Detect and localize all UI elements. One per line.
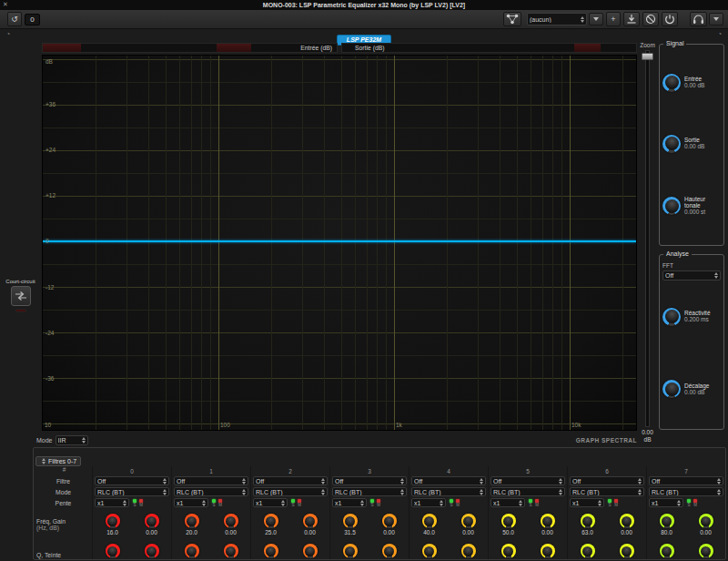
signal-knob[interactable] [662,74,681,92]
gain-knob[interactable] [461,514,476,528]
hue-knob[interactable] [699,544,713,558]
clear-button[interactable] [642,12,659,26]
hue-knob[interactable] [382,544,397,558]
listen-menu-button[interactable] [709,13,723,26]
freq-knob[interactable] [581,514,595,528]
q-knob[interactable] [501,544,516,558]
q-knob[interactable] [343,544,358,558]
bypass-button[interactable] [11,286,31,306]
preset-menu-button[interactable] [589,13,603,26]
hue-knob[interactable] [620,544,634,558]
filter-slope-select[interactable]: x1 [570,498,604,507]
filter-mode-select[interactable]: RLC (BT) [332,487,407,496]
spinner-icon [400,478,404,484]
q-knob[interactable] [185,544,199,558]
gain-knob[interactable] [541,514,555,528]
freq-knob[interactable] [343,514,358,528]
signal-knob-group: Entrée 0.00 dB [662,74,721,92]
hue-knob[interactable] [461,544,476,558]
filter-type-select[interactable]: Off [649,476,723,485]
reset-button[interactable]: ↺ [7,12,22,26]
eq-graph[interactable]: dB +36+24+120-12-24-36 101001k10k [42,55,637,431]
filter-type-select[interactable]: Off [332,476,407,485]
hue-knob[interactable] [145,544,159,558]
filter-slope-select[interactable]: x1 [649,498,683,507]
filter-slope-select[interactable]: x1 [253,498,288,507]
import-button[interactable] [623,12,640,26]
filters-tab[interactable]: Filtres 0-7 [35,456,81,466]
freq-knob[interactable] [422,514,437,528]
spinner-icon [714,272,718,279]
row-label-slope: Pente [34,497,92,508]
zoom-label: Zoom [640,42,655,48]
zoom-handle[interactable] [642,53,653,60]
fft-select[interactable]: Off [662,270,721,280]
q-knob[interactable] [581,544,595,558]
gain-knob[interactable] [145,514,159,528]
row-label-q-hue: Q, Teinte [36,552,92,558]
freq-knob[interactable] [501,514,516,528]
filter-type-select[interactable]: Off [490,476,565,485]
filter-mode-select[interactable]: RLC (BT) [490,487,565,496]
zoom-track[interactable] [645,50,650,427]
filter-slope-select[interactable]: x1 [411,498,446,507]
close-icon[interactable]: ✕ [3,1,8,8]
routing-button[interactable] [503,12,521,26]
gain-knob[interactable] [224,514,238,528]
filter-type-select[interactable]: Off [174,476,248,485]
q-knob[interactable] [106,544,120,558]
chevron-down-icon [593,17,599,21]
spinner-icon [519,500,522,506]
hue-knob[interactable] [224,544,238,558]
window-titlebar: ✕ MONO-003: LSP Parametric Equalizer x32… [0,0,728,10]
knob-value: 0.00 dB [684,389,709,396]
filter-mode-select[interactable]: RLC (BT) [570,487,644,496]
filter-slope-select[interactable]: x1 [174,498,208,507]
analysis-knob[interactable] [662,380,681,398]
filter-type-select[interactable]: Off [411,476,486,485]
spinner-icon [281,500,285,506]
db-tick-label: -24 [46,330,56,336]
signal-knob[interactable] [662,197,681,215]
routing-icon [506,14,519,25]
filter-type-select[interactable]: Off [570,476,644,485]
filter-mode-select[interactable]: RLC (BT) [649,487,723,496]
filter-slope-select[interactable]: x1 [95,498,129,507]
freq-knob[interactable] [660,514,674,528]
knob-value: 0.000 st [684,209,721,216]
db-axis: +36+24+120-12-24-36 [46,101,56,382]
filter-type-select[interactable]: Off [95,476,169,485]
add-preset-button[interactable]: + [606,12,621,26]
freq-knob[interactable] [106,514,120,528]
q-knob[interactable] [264,544,278,558]
filter-mode-select[interactable]: RLC (BT) [411,487,486,496]
hue-knob[interactable] [303,544,318,558]
filter-mode-select[interactable]: RLC (BT) [95,487,169,496]
power-button[interactable] [662,12,678,26]
hue-knob[interactable] [541,544,555,558]
gain-knob[interactable] [303,514,318,528]
spinner-icon [480,478,483,484]
filter-mode-select[interactable]: RLC (BT) [253,487,328,496]
gain-knob[interactable] [382,514,397,528]
gain-knob[interactable] [699,514,713,528]
freq-knob[interactable] [185,514,199,528]
analysis-knob[interactable] [662,308,681,326]
filter-slope-select[interactable]: x1 [332,498,367,507]
preset-select[interactable]: (aucun) [527,13,587,26]
q-value: 0.00 [581,559,593,560]
q-knob[interactable] [660,544,674,558]
q-knob[interactable] [422,544,437,558]
filter-slope-select[interactable]: x1 [490,498,525,507]
listen-button[interactable] [690,12,707,26]
spinner-icon [559,478,562,484]
blocked-circle-icon [645,14,656,25]
gain-knob[interactable] [620,514,634,528]
mode-select[interactable]: IIR [56,435,88,445]
bypass-label: Court-circuit [1,279,40,284]
freq-knob[interactable] [264,514,278,528]
filter-type-select[interactable]: Off [253,476,328,485]
filter-mode-select[interactable]: RLC (BT) [174,487,248,496]
eq-curve[interactable] [43,240,636,242]
signal-knob[interactable] [662,135,681,153]
